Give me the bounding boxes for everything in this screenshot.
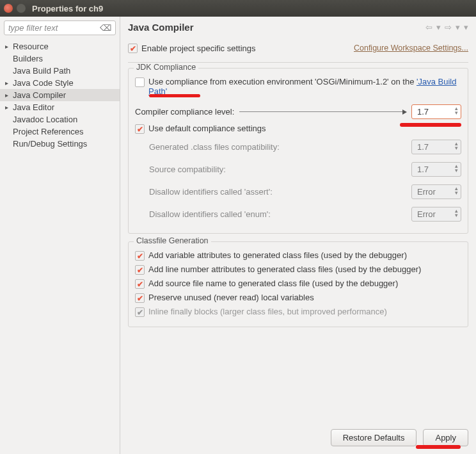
sidebar-item-label: Java Build Path <box>13 66 70 76</box>
window-titlebar: Properties for ch9 <box>0 0 476 17</box>
disallow-enum-label: Disallow identifiers called 'enum': <box>149 209 411 219</box>
annotation-mark <box>416 445 461 449</box>
close-icon[interactable] <box>4 4 13 13</box>
arrow-line-icon <box>239 111 406 112</box>
forward-menu-icon[interactable]: ▾ <box>456 22 460 32</box>
sidebar-item-label: Java Editor <box>13 102 54 112</box>
annotation-mark <box>400 123 461 127</box>
clear-filter-icon[interactable]: ⌫ <box>100 23 111 33</box>
sidebar-item-label: Javadoc Location <box>13 115 77 124</box>
add-variable-attrs-label: Add variable attributes to generated cla… <box>148 250 461 260</box>
sidebar-item[interactable]: ▸Java Editor <box>0 101 120 113</box>
sidebar-item-label: Builders <box>13 54 43 63</box>
spinner-icon: ▴▾ <box>455 106 458 115</box>
sidebar-item[interactable]: ▸Project References <box>0 126 120 138</box>
minimize-icon[interactable] <box>17 4 26 13</box>
enable-project-specific-label: Enable project specific settings <box>141 44 255 53</box>
configure-workspace-link[interactable]: Configure Workspace Settings... <box>354 44 468 53</box>
expand-arrow-icon: ▸ <box>5 92 13 99</box>
add-line-number-checkbox[interactable] <box>135 265 145 275</box>
apply-button[interactable]: Apply <box>423 429 468 446</box>
filter-input[interactable]: type filter text ⌫ <box>4 20 116 35</box>
restore-defaults-button[interactable]: Restore Defaults <box>331 429 417 446</box>
back-menu-icon[interactable]: ▾ <box>436 22 441 32</box>
add-source-file-label: Add source file name to generated class … <box>148 279 461 288</box>
sidebar-item[interactable]: ▸Java Compiler <box>0 89 120 101</box>
expand-arrow-icon: ▸ <box>5 43 13 50</box>
sidebar: type filter text ⌫ ▸Resource▸Builders▸Ja… <box>0 17 120 454</box>
back-icon[interactable]: ⇦ <box>425 22 432 32</box>
disallow-assert-select: Error ▴▾ <box>411 184 461 199</box>
menu-icon[interactable]: ▾ <box>464 22 468 32</box>
compliance-level-select[interactable]: 1.7 ▴▾ <box>411 104 461 119</box>
sidebar-item[interactable]: ▸Resource <box>0 40 120 53</box>
generated-class-label: Generated .class files compatibility: <box>149 142 411 152</box>
sidebar-item[interactable]: ▸Javadoc Location <box>0 113 120 126</box>
nav-icons: ⇦ ▾ ⇨ ▾ ▾ <box>425 22 468 32</box>
add-source-file-checkbox[interactable] <box>135 279 145 289</box>
preserve-unused-label: Preserve unused (never read) local varia… <box>148 293 461 302</box>
classfile-generation-group: Classfile Generation Add variable attrib… <box>128 241 468 327</box>
inline-finally-label: Inline finally blocks (larger class file… <box>148 307 461 316</box>
content-pane: Java Compiler ⇦ ▾ ⇨ ▾ ▾ Enable project s… <box>120 17 476 454</box>
annotation-mark <box>149 94 200 97</box>
jdk-compliance-group: JDK Compliance Use compliance from execu… <box>128 68 468 234</box>
expand-arrow-icon: ▸ <box>5 79 13 86</box>
expand-arrow-icon: ▸ <box>5 104 13 111</box>
sidebar-item-label: Java Code Style <box>13 78 74 88</box>
sidebar-item-label: Java Compiler <box>13 90 66 100</box>
add-variable-attrs-checkbox[interactable] <box>135 251 145 261</box>
enable-project-specific-checkbox[interactable] <box>128 44 138 53</box>
inline-finally-checkbox <box>135 307 145 317</box>
forward-icon[interactable]: ⇨ <box>445 22 452 32</box>
sidebar-item[interactable]: ▸Java Code Style <box>0 77 120 89</box>
sidebar-item[interactable]: ▸Builders <box>0 53 120 65</box>
use-execution-env-checkbox[interactable] <box>135 77 145 87</box>
sidebar-item-label: Project References <box>13 127 84 136</box>
page-title: Java Compiler <box>128 22 425 33</box>
sidebar-item-label: Resource <box>13 42 49 51</box>
sidebar-item-label: Run/Debug Settings <box>13 139 87 149</box>
preserve-unused-checkbox[interactable] <box>135 293 145 303</box>
disallow-enum-select: Error ▴▾ <box>411 207 461 222</box>
window-title: Properties for ch9 <box>32 4 103 13</box>
sidebar-item[interactable]: ▸Run/Debug Settings <box>0 138 120 150</box>
use-default-compliance-checkbox[interactable] <box>135 124 145 134</box>
classfile-legend: Classfile Generation <box>134 236 211 245</box>
compliance-level-label: Compiler compliance level: <box>135 107 234 117</box>
generated-class-select: 1.7 ▴▾ <box>411 140 461 154</box>
source-compat-label: Source compatibility: <box>149 165 411 174</box>
jdk-legend: JDK Compliance <box>134 63 198 72</box>
use-execution-env-label: Use compliance from execution environmen… <box>148 77 461 96</box>
source-compat-select: 1.7 ▴▾ <box>411 162 461 177</box>
sidebar-item[interactable]: ▸Java Build Path <box>0 65 120 77</box>
add-line-number-label: Add line number attributes to generated … <box>148 264 461 274</box>
disallow-assert-label: Disallow identifiers called 'assert': <box>149 187 411 197</box>
category-tree: ▸Resource▸Builders▸Java Build Path▸Java … <box>0 39 120 151</box>
